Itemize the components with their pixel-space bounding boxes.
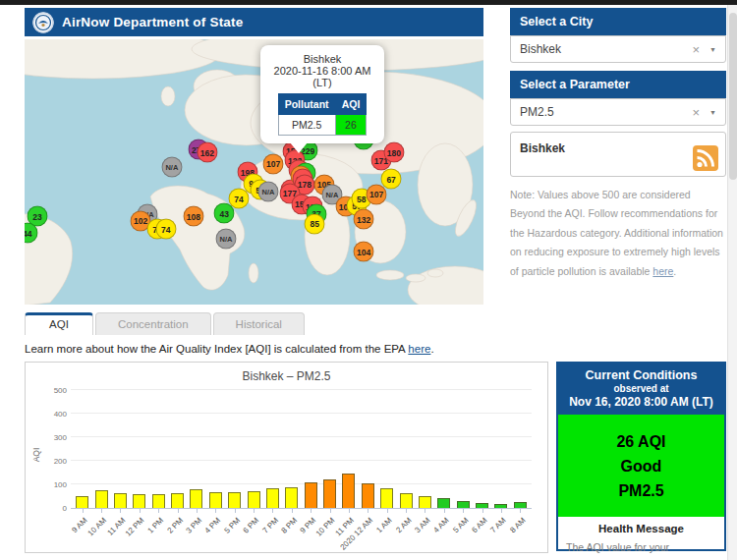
app-header: AirNow Department of State (25, 8, 483, 36)
airnow-page: AirNow Department of State (0, 0, 737, 560)
aqi-bar (457, 501, 470, 508)
gridline (71, 389, 532, 390)
aqi-bar (400, 493, 413, 508)
y-axis-ticks: 0100200300400500 (43, 391, 71, 509)
x-tick-label: 6 AM (470, 516, 488, 534)
world-map[interactable]: 2344N/AN/A10273741082761621981079455N/A7… (25, 39, 483, 305)
aqi-marker[interactable]: 162 (197, 142, 217, 163)
x-tick-label: 8 PM (279, 516, 299, 535)
popup-pollutant-value: PM2.5 (278, 115, 335, 136)
aqi-bar (76, 496, 88, 508)
aqi-marker[interactable]: 108 (183, 206, 203, 227)
aqi-marker[interactable]: 107 (367, 184, 387, 204)
aqi-bar (342, 474, 355, 508)
browser-top-strip (0, 0, 737, 5)
aqi-marker[interactable]: 107 (263, 153, 284, 174)
popup-col-aqi: AQI (335, 94, 367, 115)
observed-datetime: Nov 16, 2020 8:00 AM (LT) (560, 395, 722, 409)
x-tick-label: 7 PM (260, 516, 280, 535)
aqi-marker[interactable]: 43 (214, 203, 235, 224)
aqi-marker[interactable]: N/A (161, 156, 182, 177)
aqi-bar (494, 504, 507, 508)
clear-icon[interactable]: × (692, 106, 700, 119)
y-tick-label: 300 (54, 433, 67, 442)
y-tick-label: 500 (54, 386, 67, 395)
aqi-bar (305, 482, 317, 508)
x-tick-label: 1 AM (375, 516, 394, 534)
y-axis-label: AQI (31, 391, 43, 544)
popup-timezone: (LT) (266, 77, 378, 88)
health-message-text: The AQI value for your community is betw… (566, 538, 716, 560)
popup-aqi-value: 26 (335, 115, 367, 136)
city-select[interactable]: Bishkek × ▼ (510, 35, 726, 63)
chevron-down-icon[interactable]: ▼ (709, 109, 716, 116)
x-tick-label: 3 AM (413, 516, 431, 534)
aqi-bar (514, 502, 527, 508)
aqi-marker[interactable]: 85 (305, 213, 325, 234)
aqi-marker[interactable]: 180 (383, 142, 404, 163)
dos-seal-logo (32, 12, 54, 33)
y-tick-label: 400 (54, 410, 67, 419)
rss-feed-box: Bishkek (510, 132, 726, 177)
chart-title: Bishkek – PM2.5 (31, 369, 541, 383)
y-tick-label: 200 (54, 457, 67, 466)
aqi-bar (266, 488, 279, 508)
current-conditions-header: Current Conditions observed at Nov 16, 2… (558, 364, 724, 415)
x-tick-label: 8 AM (508, 516, 527, 534)
aqi-marker[interactable]: 74 (155, 219, 176, 240)
select-city-header: Select a City (510, 8, 726, 35)
tab-bar: AQI Concentration Historical (25, 312, 726, 335)
popup-tail (290, 142, 308, 153)
page-scrollbar[interactable] (727, 5, 737, 560)
app-title: AirNow Department of State (62, 15, 243, 29)
tab-historical[interactable]: Historical (213, 312, 305, 335)
health-message-section: Health Message The AQI value for your co… (558, 517, 724, 560)
city-select-controls: × ▼ (692, 43, 716, 56)
aqi-value-box: 26 AQI Good PM2.5 (558, 415, 724, 517)
rss-icon[interactable] (693, 145, 718, 171)
note-here-link[interactable]: here (652, 265, 673, 277)
aqi-marker[interactable]: 132 (354, 209, 374, 230)
map-popup: Bishkek 2020-11-16 8:00 AM (LT) Pollutan… (260, 45, 384, 143)
x-tick-label: 5 PM (222, 516, 242, 535)
aqi-bar (437, 498, 450, 508)
aqi-marker[interactable]: N/A (216, 229, 237, 250)
tab-aqi[interactable]: AQI (25, 312, 93, 335)
select-parameter-header: Select a Parameter (510, 71, 726, 98)
y-tick-label: 100 (54, 480, 67, 489)
x-tick-label: 7 AM (489, 516, 508, 534)
health-message-title: Health Message (566, 523, 716, 534)
epa-here-link[interactable]: here (408, 343, 430, 355)
x-tick-label: 6 PM (242, 516, 261, 535)
clear-icon[interactable]: × (692, 43, 700, 56)
aqi-marker[interactable]: 104 (354, 242, 374, 262)
aqi-value: 26 AQI (558, 429, 724, 454)
parameter-select-controls: × ▼ (692, 106, 716, 119)
learn-more-text: Learn more about how the Air Quality Ind… (25, 343, 726, 355)
tab-concentration[interactable]: Concentration (95, 312, 211, 335)
aqi-bar (476, 503, 488, 508)
aqi-bar (285, 487, 298, 508)
chevron-down-icon[interactable]: ▼ (709, 46, 716, 53)
aqi-bar (190, 489, 202, 508)
aqi-bar (362, 483, 374, 508)
parameter-select-value: PM2.5 (520, 105, 554, 119)
aqi-marker[interactable]: 67 (381, 169, 402, 190)
aqi-marker[interactable]: N/A (257, 181, 278, 201)
aqi-bar (419, 496, 431, 508)
popup-datetime: 2020-11-16 8:00 AM (266, 65, 378, 77)
note-period: . (673, 265, 676, 277)
parameter-select[interactable]: PM2.5 × ▼ (510, 98, 726, 126)
x-tick-label: 4 PM (203, 516, 223, 535)
x-tick-label: 4 AM (432, 516, 451, 534)
x-axis-labels: 9 AM10 AM11 AM12 PM1 PM2 PM3 PM4 PM5 PM6… (73, 509, 530, 544)
aqi-bar (228, 492, 241, 508)
aqi-bar (171, 493, 184, 508)
aqi-bar (133, 494, 145, 508)
observed-at-label: observed at (560, 383, 722, 394)
x-tick-label: 1 PM (146, 516, 166, 535)
aqi-bar (380, 488, 393, 508)
aqi-bar-chart: Bishkek – PM2.5 AQI 0100200300400500 9 A… (25, 362, 548, 553)
scrollbar-thumb[interactable] (729, 13, 737, 180)
learn-more-body: Learn more about how the Air Quality Ind… (25, 343, 405, 355)
